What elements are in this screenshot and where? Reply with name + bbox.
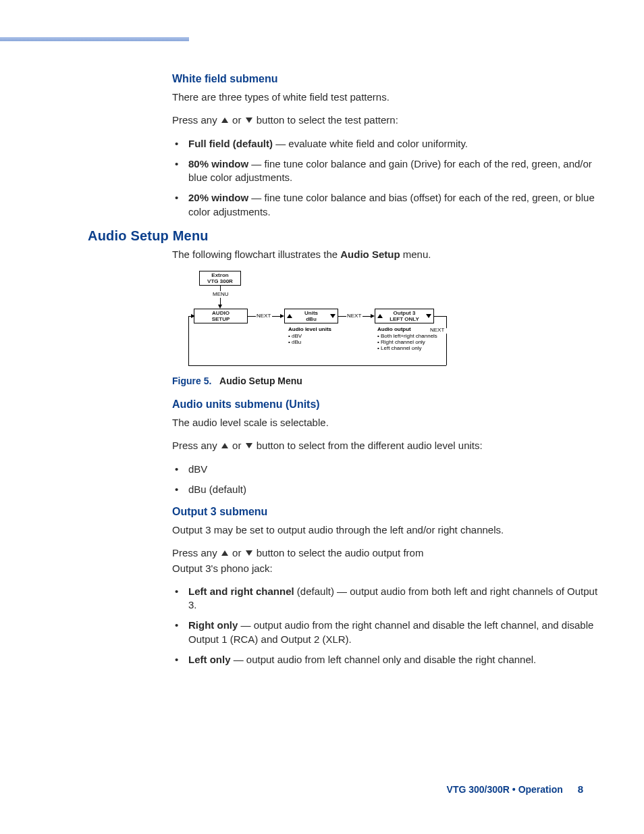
triangle-up-icon xyxy=(377,314,383,318)
bullet-bold: 20% window xyxy=(188,192,248,203)
text: Press any xyxy=(172,114,220,126)
text: The following flowchart illustrates the xyxy=(172,249,340,260)
text: menu. xyxy=(400,249,431,260)
text: or xyxy=(232,547,244,558)
flow-box-units-text: Units dBu xyxy=(304,310,318,322)
audio-units-p2: Press any or button to select from the d… xyxy=(172,439,601,452)
white-field-section: White field submenu There are three type… xyxy=(172,73,601,219)
list-item: Full field (default) — evaluate white fi… xyxy=(172,137,601,151)
triangle-down-icon xyxy=(246,550,252,556)
flow-box-title-text: Extron VTG 300R xyxy=(207,272,233,284)
footer-bullet: • xyxy=(512,784,516,795)
text: or xyxy=(232,440,244,451)
bullet-rest: — output audio from left channel only an… xyxy=(231,654,537,665)
flow-box-output3-text: Output 3 LEFT ONLY xyxy=(390,310,419,322)
audio-units-p1: The audio level scale is selectable. xyxy=(172,416,601,429)
footer-page-number: 8 xyxy=(578,783,583,795)
list-item: dBV xyxy=(288,333,302,339)
flow-line xyxy=(188,316,189,365)
bullet-bold: Left only xyxy=(188,654,231,665)
bullet-rest: — fine tune color balance and gain (Driv… xyxy=(188,158,592,183)
flow-annot-units-heading: Audio level units xyxy=(288,326,331,332)
text: button to select the audio output from xyxy=(257,547,424,558)
output3-heading: Output 3 submenu xyxy=(172,506,601,518)
bullet-bold: Right only xyxy=(188,619,238,631)
output3-p1: Output 3 may be set to output audio thro… xyxy=(172,523,601,537)
audio-units-bullets: dBV dBu (default) xyxy=(172,463,601,497)
text: button to select from the different audi… xyxy=(257,440,483,451)
flow-line xyxy=(363,316,371,317)
list-item: dBV xyxy=(172,463,601,476)
figure-text: Audio Setup Menu xyxy=(219,375,302,386)
flow-label-next: NEXT xyxy=(347,313,361,319)
flow-line xyxy=(434,316,446,317)
text-bold: Audio Setup xyxy=(340,249,400,260)
list-item: Left only — output audio from left chann… xyxy=(172,653,601,667)
list-item: Right channel only xyxy=(377,339,437,345)
list-item: 20% window — fine tune color balance and… xyxy=(172,191,601,219)
white-field-p2: Press any or button to select the test p… xyxy=(172,113,601,127)
list-item: Both left+right channels xyxy=(377,333,437,339)
flow-label-menu: MENU xyxy=(213,291,229,297)
list-item: Left and right channel (default) — outpu… xyxy=(172,585,601,613)
text: Press any xyxy=(172,547,220,558)
list-item: Left channel only xyxy=(377,345,437,351)
flow-line xyxy=(220,286,221,291)
triangle-down-icon xyxy=(330,314,336,318)
flow-box-units: Units dBu xyxy=(284,309,338,323)
flow-line xyxy=(220,298,221,305)
flow-line xyxy=(272,316,280,317)
flow-line xyxy=(248,316,256,317)
list-item: Right only — output audio from the right… xyxy=(172,619,601,646)
flow-line xyxy=(188,365,446,366)
list-item: dBu (default) xyxy=(172,483,601,496)
page: White field submenu There are three type… xyxy=(0,0,644,834)
audio-setup-flowchart: Extron VTG 300R MENU AUDIO SETUP NEXT xyxy=(186,271,456,369)
output3-p2a: Press any or button to select the audio … xyxy=(172,546,601,560)
flow-box-audio-setup-text: AUDIO SETUP xyxy=(212,310,230,322)
footer-section: Operation xyxy=(518,784,563,795)
audio-setup-heading: Audio Setup Menu xyxy=(88,228,601,244)
text: Press any xyxy=(172,440,220,451)
audio-units-heading: Audio units submenu (Units) xyxy=(172,398,601,411)
flow-box-output3: Output 3 LEFT ONLY xyxy=(375,309,434,323)
triangle-up-icon xyxy=(221,443,228,448)
triangle-down-icon xyxy=(426,314,431,318)
output3-bullets: Left and right channel (default) — outpu… xyxy=(172,585,601,667)
bullet-bold: 80% window xyxy=(188,158,248,170)
bullet-rest: — output audio from the right channel an… xyxy=(188,619,593,644)
bullet-rest: — evaluate white field and color uniform… xyxy=(273,138,468,149)
top-accent-bar xyxy=(0,37,189,41)
output3-p2b: Output 3's phono jack: xyxy=(172,562,601,575)
arrow-right-icon xyxy=(191,314,195,318)
triangle-up-icon xyxy=(221,118,228,123)
flow-annot-output-heading: Audio output xyxy=(377,326,411,332)
triangle-down-icon xyxy=(246,443,252,448)
figure-label: Figure 5. xyxy=(172,375,211,386)
list-item: dBu xyxy=(288,339,302,345)
flow-annot-units-list: dBV dBu xyxy=(288,333,302,345)
flow-line xyxy=(338,316,346,317)
flow-annot-output-list: Both left+right channels Right channel o… xyxy=(377,333,437,351)
page-footer: VTG 300/300R • Operation 8 xyxy=(447,783,583,795)
audio-setup-p1: The following flowchart illustrates the … xyxy=(172,248,601,261)
bullet-bold: Left and right channel xyxy=(188,585,294,597)
triangle-up-icon xyxy=(221,550,228,556)
figure-caption: Figure 5. Audio Setup Menu xyxy=(172,375,601,386)
audio-setup-body: The following flowchart illustrates the … xyxy=(172,248,601,667)
white-field-p1: There are three types of white field tes… xyxy=(172,90,601,104)
flow-box-audio-setup: AUDIO SETUP xyxy=(194,309,248,323)
bullet-bold: Full field (default) xyxy=(188,138,273,149)
text: or xyxy=(232,114,244,126)
text: button to select the test pattern: xyxy=(257,114,398,126)
flow-line xyxy=(446,334,447,365)
footer-product: VTG 300/300R xyxy=(447,784,510,795)
flow-line xyxy=(446,316,447,328)
list-item: 80% window — fine tune color balance and… xyxy=(172,157,601,185)
bullet-rest: — fine tune color balance and bias (offs… xyxy=(188,192,595,217)
triangle-up-icon xyxy=(287,314,292,318)
flow-label-next: NEXT xyxy=(257,313,271,319)
flow-label-next: NEXT xyxy=(430,327,444,333)
triangle-down-icon xyxy=(246,118,252,123)
white-field-bullets: Full field (default) — evaluate white fi… xyxy=(172,137,601,219)
